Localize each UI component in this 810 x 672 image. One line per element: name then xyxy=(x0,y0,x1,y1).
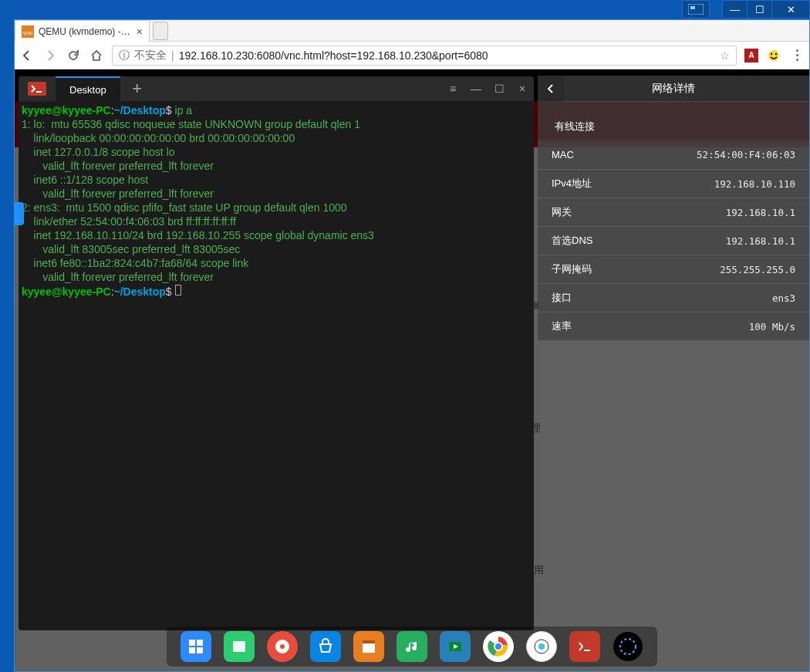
terminal-window[interactable]: Desktop + ≡ — ☐ × kyyee@kyyee-PC:~/Deskt… xyxy=(19,76,534,630)
svg-point-5 xyxy=(771,52,772,54)
software-icon[interactable] xyxy=(353,631,384,662)
svg-rect-15 xyxy=(363,643,375,653)
tab-close-icon[interactable]: × xyxy=(137,25,143,38)
terminal-maximize-button[interactable]: ☐ xyxy=(488,76,511,101)
adobe-extension-icon[interactable]: A xyxy=(744,49,758,62)
svg-rect-25 xyxy=(575,639,594,654)
settings-icon[interactable] xyxy=(526,631,557,662)
url-text: 192.168.10.230:6080/vnc.html?host=192.16… xyxy=(179,49,488,62)
terminal-tab-desktop[interactable]: Desktop xyxy=(56,76,120,101)
window-maximize-button[interactable]: ☐ xyxy=(747,0,771,19)
net-row-mac: MAC52:54:00:F4:06:03 xyxy=(538,140,809,169)
video-icon[interactable] xyxy=(440,631,471,662)
tab-title: QEMU (kvmdemo) - nc xyxy=(39,26,132,37)
back-button[interactable] xyxy=(19,48,35,63)
tab-favicon-vnc-icon: vnc xyxy=(22,25,34,38)
vnc-viewport[interactable]: kyyee + 加关注发私信 访问： 2738次 积分： 198 等级： 排名：… xyxy=(15,69,809,671)
svg-point-4 xyxy=(768,50,779,61)
network-panel-title: 网络详情 xyxy=(652,82,695,96)
disk-icon[interactable] xyxy=(267,631,298,662)
net-row-interface: 接口ens3 xyxy=(538,283,809,312)
net-row-ipv4: IPv4地址192.168.10.110 xyxy=(538,169,809,198)
new-tab-button[interactable] xyxy=(153,22,168,40)
net-row-gateway: 网关192.168.10.1 xyxy=(538,198,809,226)
network-back-button[interactable] xyxy=(538,76,564,102)
files-icon[interactable] xyxy=(224,631,255,662)
net-row-dns: 首选DNS192.168.10.1 xyxy=(538,226,809,255)
svg-rect-1 xyxy=(690,6,695,9)
svg-rect-11 xyxy=(197,647,203,653)
store-icon[interactable] xyxy=(310,631,341,662)
svg-rect-7 xyxy=(28,82,46,96)
svg-point-6 xyxy=(775,52,777,54)
terminal-body[interactable]: kyyee@kyyee-PC:~/Desktop$ ip a 1: lo: mt… xyxy=(19,101,534,302)
more-icon[interactable] xyxy=(613,631,643,662)
chrome-browser-window: vnc QEMU (kvmdemo) - nc × ⓘ 不安全 | 192.16… xyxy=(14,19,810,672)
net-row-netmask: 子网掩码255.255.255.0 xyxy=(538,255,809,283)
svg-rect-16 xyxy=(363,640,375,643)
svg-point-26 xyxy=(620,639,636,654)
extension-icon[interactable] xyxy=(766,48,781,63)
browser-toolbar: ⓘ 不安全 | 192.168.10.230:6080/vnc.html?hos… xyxy=(15,42,809,69)
window-controls: — ☐ ✕ xyxy=(722,0,810,19)
svg-rect-8 xyxy=(189,640,195,646)
music-icon[interactable] xyxy=(397,631,427,662)
url-separator: | xyxy=(171,49,174,62)
terminal-new-tab-button[interactable]: + xyxy=(120,79,154,99)
novnc-handle[interactable] xyxy=(15,202,24,225)
forward-button[interactable] xyxy=(42,48,58,63)
svg-point-23 xyxy=(538,643,545,650)
workspace-switcher-button[interactable] xyxy=(682,0,710,19)
terminal-minimize-button[interactable]: — xyxy=(464,76,488,101)
security-info-icon[interactable]: ⓘ xyxy=(119,49,130,62)
terminal-tabbar: Desktop + ≡ — ☐ × xyxy=(19,76,534,101)
desktop-dock xyxy=(167,626,657,667)
home-button[interactable] xyxy=(89,48,104,63)
window-minimize-button[interactable]: — xyxy=(722,0,747,19)
svg-rect-12 xyxy=(233,641,245,652)
svg-text:vnc: vnc xyxy=(23,29,32,36)
security-label: 不安全 xyxy=(134,49,167,62)
chrome-icon[interactable] xyxy=(483,631,514,662)
terminal-app-icon xyxy=(19,82,56,96)
bookmark-star-icon[interactable]: ☆ xyxy=(720,49,730,62)
window-close-button[interactable]: ✕ xyxy=(771,0,810,19)
net-row-speed: 速率100 Mb/s xyxy=(538,312,809,340)
address-bar[interactable]: ⓘ 不安全 | 192.168.10.230:6080/vnc.html?hos… xyxy=(112,46,737,66)
browser-tab[interactable]: vnc QEMU (kvmdemo) - nc × xyxy=(15,20,150,42)
chrome-menu-button[interactable] xyxy=(789,48,805,63)
terminal-close-button[interactable]: × xyxy=(511,76,534,101)
network-section-header: 有线连接 xyxy=(538,113,809,140)
browser-tabstrip: vnc QEMU (kvmdemo) - nc × xyxy=(15,20,809,42)
reload-button[interactable] xyxy=(66,48,81,63)
terminal-menu-icon[interactable]: ≡ xyxy=(441,76,464,101)
launcher-icon[interactable] xyxy=(181,631,211,662)
svg-rect-10 xyxy=(189,647,195,653)
terminal-icon[interactable] xyxy=(569,631,600,662)
network-details-panel: 网络详情 有线连接 MAC52:54:00:F4:06:03 IPv4地址192… xyxy=(538,76,809,340)
svg-rect-9 xyxy=(197,640,203,646)
svg-point-14 xyxy=(280,644,285,649)
